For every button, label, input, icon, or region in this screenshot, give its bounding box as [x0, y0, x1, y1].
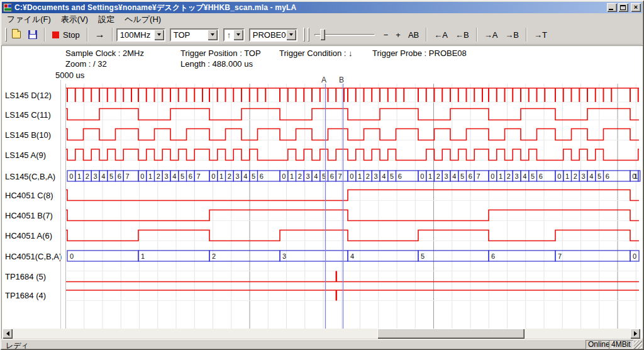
resize-grip[interactable] — [634, 341, 642, 349]
svg-text:5: 5 — [421, 252, 425, 260]
svg-text:1: 1 — [634, 172, 638, 180]
channel-wave-6 — [66, 210, 639, 221]
svg-text:1: 1 — [141, 252, 145, 260]
svg-text:3: 3 — [306, 172, 310, 180]
svg-text:4: 4 — [382, 172, 386, 180]
scrollbar-thumb[interactable] — [377, 329, 525, 339]
channel-wave-3 — [66, 149, 639, 161]
svg-text:1: 1 — [219, 172, 223, 180]
app-window: C:¥Documents and Settings¥noname¥デスクトップ¥… — [0, 0, 644, 350]
svg-text:1: 1 — [77, 172, 81, 180]
svg-text:2: 2 — [436, 172, 440, 180]
svg-text:3: 3 — [515, 172, 519, 180]
svg-text:3: 3 — [282, 252, 286, 260]
svg-text:6: 6 — [491, 252, 495, 260]
svg-text:3: 3 — [94, 172, 97, 180]
svg-text:0: 0 — [557, 172, 561, 180]
svg-text:5: 5 — [460, 172, 464, 180]
svg-text:1: 1 — [358, 172, 362, 180]
svg-text:2: 2 — [366, 172, 370, 180]
svg-text:1: 1 — [565, 172, 569, 180]
svg-text:7: 7 — [338, 172, 342, 180]
svg-text:2: 2 — [507, 172, 511, 180]
svg-text:7: 7 — [126, 172, 130, 180]
svg-text:1: 1 — [148, 172, 152, 180]
svg-text:6: 6 — [606, 172, 609, 180]
channel-wave-8: 012345670 — [67, 251, 639, 261]
svg-text:4: 4 — [314, 172, 318, 180]
svg-text:3: 3 — [445, 172, 448, 180]
svg-text:1: 1 — [290, 172, 294, 180]
channel-wave-9 — [66, 271, 639, 282]
channel-wave-4: 0123456701234567012345601234567012345601… — [67, 171, 640, 181]
waveform-display[interactable]: 0123456701234567012345601234567012345601… — [0, 0, 644, 350]
svg-text:6: 6 — [189, 172, 192, 180]
svg-text:0: 0 — [69, 172, 73, 180]
svg-text:4: 4 — [350, 252, 354, 260]
svg-text:6: 6 — [398, 172, 402, 180]
svg-text:0: 0 — [70, 252, 74, 260]
svg-text:6: 6 — [118, 172, 121, 180]
svg-text:0: 0 — [211, 172, 215, 180]
svg-text:7: 7 — [197, 172, 201, 180]
svg-text:3: 3 — [374, 172, 378, 180]
svg-text:5: 5 — [252, 172, 255, 180]
status-ready-text: レディ — [6, 341, 29, 350]
svg-text:4: 4 — [452, 172, 456, 180]
svg-text:2: 2 — [86, 172, 89, 180]
scrollbar-left-arrow-icon[interactable] — [3, 329, 13, 339]
status-memory-badge: 4MBit — [609, 340, 633, 349]
svg-text:3: 3 — [236, 172, 240, 180]
svg-text:6: 6 — [539, 172, 543, 180]
scrollbar-right-arrow-icon[interactable] — [630, 329, 640, 339]
cursor-a-label: A — [321, 76, 326, 84]
svg-text:2: 2 — [228, 172, 231, 180]
channel-wave-2 — [66, 129, 639, 140]
svg-text:1: 1 — [428, 172, 432, 180]
channel-wave-1 — [66, 109, 639, 120]
svg-text:7: 7 — [477, 172, 480, 180]
svg-text:4: 4 — [172, 172, 176, 180]
svg-text:4: 4 — [589, 172, 593, 180]
svg-text:5: 5 — [531, 172, 535, 180]
svg-text:4: 4 — [523, 172, 526, 180]
svg-text:4: 4 — [101, 172, 105, 180]
statusbar: レディ Online 4MBit — [2, 339, 642, 349]
svg-text:5: 5 — [109, 172, 113, 180]
cursor-b-label: B — [339, 76, 344, 84]
channel-wave-7 — [66, 230, 639, 241]
svg-text:6: 6 — [469, 172, 472, 180]
svg-text:1: 1 — [499, 172, 502, 180]
svg-text:0: 0 — [282, 172, 286, 180]
svg-text:0: 0 — [633, 252, 636, 260]
svg-text:0: 0 — [140, 172, 144, 180]
svg-text:5: 5 — [597, 172, 601, 180]
horizontal-scrollbar[interactable] — [3, 329, 640, 339]
svg-text:2: 2 — [574, 172, 577, 180]
svg-text:4: 4 — [243, 172, 247, 180]
channel-wave-5 — [66, 190, 639, 201]
svg-text:5: 5 — [180, 172, 184, 180]
svg-text:6: 6 — [330, 172, 334, 180]
svg-text:3: 3 — [165, 172, 169, 180]
svg-text:7: 7 — [558, 252, 562, 260]
svg-text:3: 3 — [582, 172, 586, 180]
svg-text:0: 0 — [491, 172, 494, 180]
svg-text:2: 2 — [212, 252, 216, 260]
svg-text:6: 6 — [260, 172, 264, 180]
svg-text:5: 5 — [390, 172, 394, 180]
svg-text:2: 2 — [157, 172, 160, 180]
channel-wave-10 — [66, 290, 639, 301]
svg-text:0: 0 — [350, 172, 353, 180]
svg-text:0: 0 — [420, 172, 424, 180]
svg-text:2: 2 — [298, 172, 302, 180]
channel-wave-0 — [66, 88, 639, 102]
